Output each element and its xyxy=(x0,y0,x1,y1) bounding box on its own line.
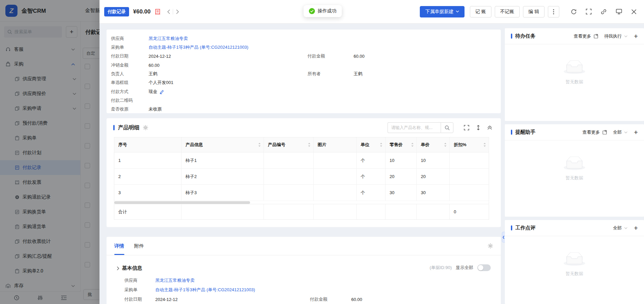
table-total-row: 合计 0 xyxy=(114,204,489,219)
tab-attachment[interactable]: 附件 xyxy=(134,243,144,249)
show-all-toggle[interactable] xyxy=(477,264,491,271)
topbar-icon-group xyxy=(571,9,637,15)
detail-tabs-card: 详情 附件 基本信息 (单据ID:90) 显示全部 供应商 黑龙江五常粮油专卖 xyxy=(107,237,501,304)
column-header-product-info[interactable]: 产品信息 xyxy=(182,137,264,152)
invoice-red-icon[interactable] xyxy=(155,9,161,15)
panel-filter-dropdown[interactable]: 全部 xyxy=(613,225,622,231)
field-label: 供应商 xyxy=(124,277,155,284)
column-header-retail-price[interactable]: 零售价 xyxy=(386,137,417,152)
edit-pencil-icon[interactable] xyxy=(160,90,164,94)
cell-unit-price: 30 xyxy=(417,185,450,201)
field-value: 王鹤 xyxy=(354,71,362,77)
create-sub-document-label: 下属单据新建 xyxy=(425,9,453,15)
link-icon[interactable] xyxy=(601,9,607,15)
panel-filter-dropdown[interactable]: 待我执行 xyxy=(604,33,622,39)
basic-info-title: 基本信息 xyxy=(122,265,142,271)
gear-icon[interactable] xyxy=(488,243,493,249)
tab-detail[interactable]: 详情 xyxy=(114,243,124,249)
field-value: 2024-12-12 xyxy=(149,54,171,59)
work-review-panel: 工作点评 全部 + 暂无数据 xyxy=(505,220,644,304)
payment-record-detail-modal: 付款记录 ¥60.00 下属单据新建 记 账 不记账 编 辑 xyxy=(99,0,644,304)
book-button[interactable]: 记 账 xyxy=(470,6,491,17)
column-header-unit[interactable]: 单位 xyxy=(357,137,386,152)
add-review-button[interactable]: + xyxy=(634,224,638,231)
create-sub-document-button[interactable]: 下属单据新建 xyxy=(420,6,465,17)
purchase-order-link[interactable]: 自动主题-柿子1等3种产品 (单号:CG202412121003) xyxy=(149,44,248,50)
expand-table-icon[interactable] xyxy=(464,125,469,130)
panel-title: 提醒助手 xyxy=(515,129,535,135)
topbar-actions: 下属单据新建 记 账 不记账 编 辑 xyxy=(420,6,637,17)
horizontal-scrollbar[interactable] xyxy=(114,201,489,204)
sort-icon[interactable] xyxy=(411,143,414,147)
more-actions-button[interactable] xyxy=(548,6,559,17)
column-header-discount[interactable]: 折扣% xyxy=(450,137,489,152)
sort-icon[interactable] xyxy=(483,143,486,147)
sort-icon[interactable] xyxy=(444,143,447,147)
table-header-icons xyxy=(464,125,492,130)
cell-index: 1 xyxy=(114,153,182,168)
reminder-assistant-panel: 提醒助手 查看更多 全部 + 暂无数据 xyxy=(505,124,644,217)
cell-product-code xyxy=(264,185,314,201)
add-task-button[interactable]: + xyxy=(634,33,638,40)
sort-icon[interactable] xyxy=(258,143,261,147)
basic-info-header[interactable]: 基本信息 xyxy=(117,265,142,271)
product-section-header: 产品明细 xyxy=(107,118,501,137)
cell-unit-price: 10 xyxy=(417,153,450,168)
right-panel-collapse-handle[interactable]: ❮ xyxy=(502,232,505,243)
empty-state-text: 暂无数据 xyxy=(566,271,583,277)
no-book-button[interactable]: 不记账 xyxy=(495,6,520,17)
edit-button[interactable]: 编 辑 xyxy=(523,6,545,17)
todo-tasks-panel: 待办任务 查看更多 待我执行 + 暂无数据 xyxy=(505,28,644,121)
chevron-down-icon[interactable] xyxy=(624,35,628,37)
prev-record-button[interactable] xyxy=(164,7,173,16)
external-link-icon[interactable] xyxy=(602,130,607,135)
sort-icon[interactable] xyxy=(380,143,383,147)
row-height-icon[interactable] xyxy=(476,125,480,130)
external-link-icon[interactable] xyxy=(594,34,598,39)
product-detail-card: 产品明细 序号 xyxy=(107,118,501,227)
fullscreen-icon[interactable] xyxy=(586,9,592,14)
document-id: (单据ID:90) xyxy=(430,265,452,271)
product-search-button[interactable] xyxy=(441,122,453,133)
supplier-link[interactable]: 黑龙江五常粮油专卖 xyxy=(149,36,188,42)
field-label: 采购单 xyxy=(111,44,149,50)
monitor-icon[interactable] xyxy=(616,9,622,14)
table-row: 1 柿子1 个 10 10 xyxy=(114,152,489,168)
underlying-page: Z 金智CRM 金智新 搜索菜单 + 客服 采购 xyxy=(0,0,99,304)
close-icon[interactable] xyxy=(631,9,637,14)
total-cell xyxy=(314,204,357,219)
cell-image xyxy=(314,153,357,168)
purchase-order-link[interactable]: 自动主题-柿子1等3种产品 (单号:CG202412121003) xyxy=(155,287,255,293)
supplier-link[interactable]: 黑龙江五常粮油专卖 xyxy=(155,277,195,284)
view-more-link[interactable]: 查看更多 xyxy=(582,129,600,135)
panel-title: 工作点评 xyxy=(515,225,535,231)
chevron-down-icon[interactable] xyxy=(624,227,628,229)
refresh-icon[interactable] xyxy=(571,9,577,15)
column-header-unit-price[interactable]: 单价 xyxy=(417,137,450,152)
chevron-down-icon[interactable] xyxy=(624,131,628,133)
gear-icon[interactable] xyxy=(143,125,148,130)
field-value: 60.00 xyxy=(149,63,160,68)
record-type-badge: 付款记录 xyxy=(104,7,129,16)
cell-image xyxy=(314,185,357,201)
product-section-title: 产品明细 xyxy=(118,124,139,131)
field-row: 冲销金额 60.00 xyxy=(111,62,160,69)
sort-icon[interactable] xyxy=(308,143,311,147)
add-reminder-button[interactable]: + xyxy=(634,129,638,136)
view-more-link[interactable]: 查看更多 xyxy=(574,33,591,39)
field-row: 所有者 王鹤 xyxy=(308,71,362,77)
panel-filter-dropdown[interactable]: 全部 xyxy=(613,129,622,135)
cell-product-code xyxy=(264,169,314,184)
next-record-button[interactable] xyxy=(173,7,182,16)
collapse-section-icon[interactable] xyxy=(487,125,492,130)
empty-state-text: 暂无数据 xyxy=(566,175,583,181)
product-search-input[interactable] xyxy=(388,122,441,133)
panel-title: 待办任务 xyxy=(515,33,535,39)
cell-unit-price: 20 xyxy=(417,169,450,184)
empty-state-text: 暂无数据 xyxy=(566,79,583,85)
column-header-product-code[interactable]: 产品编号 xyxy=(264,137,314,152)
scrollbar-thumb[interactable] xyxy=(114,201,250,204)
toggle-knob xyxy=(478,265,483,270)
total-discount-value: 0 xyxy=(450,204,489,219)
panel-controls: 查看更多 待我执行 + xyxy=(574,33,638,40)
